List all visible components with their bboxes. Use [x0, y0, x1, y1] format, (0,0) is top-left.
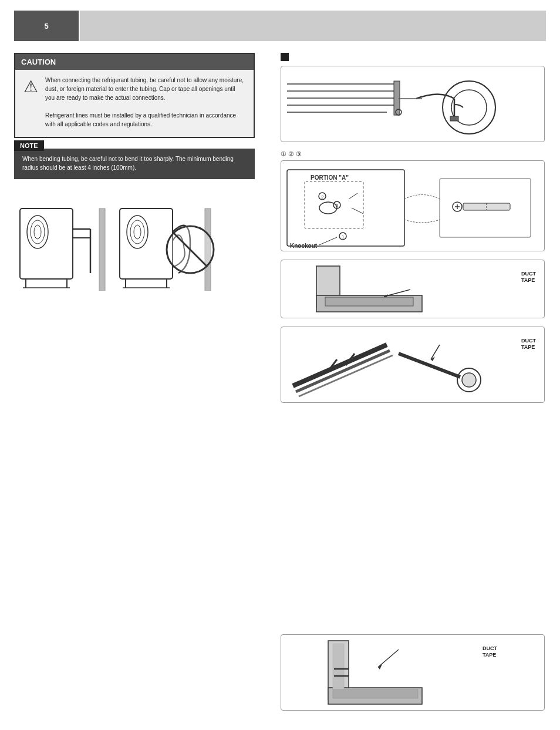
- duct-tape-diagram-2: DUCTTAPE: [281, 327, 545, 403]
- right-column: ① ② ③ PORTION "A" 2 3 Knockout: [281, 53, 545, 411]
- warning-box: CAUTION ⚠ When connecting the refrigeran…: [14, 53, 255, 138]
- svg-point-15: [134, 225, 141, 239]
- svg-rect-0: [20, 208, 73, 279]
- duct-tape-label-1: DUCTTAPE: [521, 271, 536, 284]
- svg-rect-35: [305, 181, 363, 228]
- warning-header: CAUTION: [15, 54, 254, 70]
- note-tab-label: NOTE: [14, 140, 44, 151]
- duct-tape-diagram-3: DUCTTAPE: [281, 634, 545, 711]
- warning-body: ⚠ When connecting the refrigerant tubing…: [15, 70, 254, 137]
- ac-unit-diagrams: [14, 197, 255, 291]
- section-header: [281, 53, 545, 61]
- svg-text:PORTION "A": PORTION "A": [311, 174, 349, 181]
- note-box: NOTE When bending tubing, be careful not…: [14, 149, 255, 179]
- svg-point-2: [31, 220, 45, 244]
- svg-rect-11: [99, 208, 105, 291]
- page-number-tab: 5: [14, 11, 79, 41]
- header-bar: [80, 11, 546, 41]
- svg-line-62: [399, 354, 460, 377]
- left-column: CAUTION ⚠ When connecting the refrigeran…: [14, 53, 255, 291]
- svg-line-44: [319, 237, 337, 245]
- duct-tape-label-2: DUCTTAPE: [521, 338, 536, 351]
- hose-connection-diagram: [281, 66, 545, 142]
- duct-tape-diagram-1: DUCTTAPE: [281, 260, 545, 318]
- svg-text:1: 1: [342, 234, 345, 240]
- svg-line-71: [378, 650, 399, 667]
- duct-tape-diagram-3-container: DUCTTAPE: [281, 634, 545, 719]
- bad-unit-diagram: [114, 197, 220, 291]
- steps-label: ① ② ③: [281, 150, 545, 158]
- svg-point-3: [34, 225, 41, 239]
- warning-icon: ⚠: [23, 77, 38, 96]
- svg-line-42: [352, 208, 363, 214]
- duct-tape-label-3: DUCTTAPE: [483, 645, 497, 658]
- svg-line-63: [431, 345, 440, 359]
- page-header: 5: [14, 11, 546, 41]
- svg-text:Knockout: Knockout: [290, 243, 318, 249]
- warning-text: When connecting the refrigerant tubing, …: [45, 76, 245, 129]
- svg-line-41: [349, 193, 357, 199]
- portion-a-diagram: PORTION "A" 2 3 Knockout 1: [281, 160, 545, 251]
- section-square-icon: [281, 53, 289, 61]
- svg-rect-30: [450, 116, 458, 121]
- svg-point-61: [462, 373, 476, 387]
- note-body: When bending tubing, be careful not to b…: [14, 149, 255, 179]
- good-unit-diagram: [14, 197, 108, 291]
- svg-point-28: [443, 81, 495, 134]
- svg-rect-12: [120, 208, 173, 279]
- svg-rect-57: [325, 297, 413, 306]
- svg-rect-68: [333, 689, 418, 698]
- svg-text:2: 2: [321, 194, 324, 200]
- svg-point-14: [130, 220, 144, 244]
